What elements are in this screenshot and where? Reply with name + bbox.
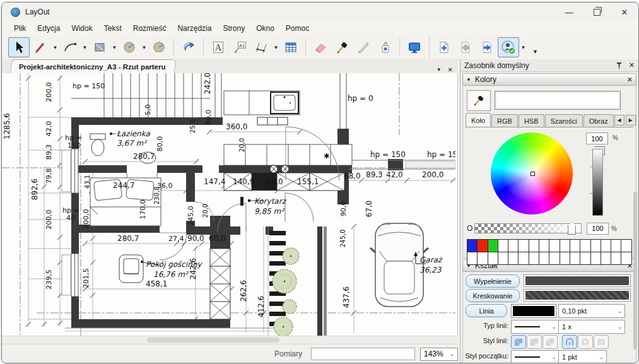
color-tab-obraz[interactable]: Obraz [583, 114, 614, 127]
label-tool[interactable]: A1 [229, 37, 250, 57]
close-button[interactable]: ✕ [611, 3, 638, 21]
measurements-input[interactable] [311, 348, 415, 360]
line-toggle-button[interactable]: Linia [466, 304, 507, 317]
menu-item-plik[interactable]: Plik [8, 23, 32, 34]
drawing-canvas[interactable]: ✱ [2, 73, 458, 336]
color-swatch[interactable] [590, 252, 601, 265]
line-color-swatch[interactable] [511, 304, 556, 318]
text-tool[interactable]: A [208, 37, 229, 57]
colors-tray-close-icon[interactable]: ✕ [627, 76, 633, 84]
menu-item-rozmieść[interactable]: Rozmieść [127, 23, 172, 34]
color-swatch[interactable] [498, 252, 508, 265]
collapse-triangle-icon[interactable]: ▼ [466, 77, 471, 83]
color-swatch[interactable] [488, 239, 498, 252]
brightness-value[interactable]: 100 [586, 132, 608, 144]
color-swatch[interactable] [467, 239, 478, 252]
color-swatch[interactable] [621, 252, 631, 265]
color-swatch[interactable] [580, 252, 590, 265]
color-swatch[interactable] [560, 252, 570, 265]
circles-tool-caret[interactable]: ▼ [140, 37, 148, 57]
tabs-scroll-right-button[interactable]: ▶ [626, 115, 636, 126]
color-swatch[interactable] [477, 239, 488, 252]
join-tool[interactable] [374, 37, 396, 57]
tab-close-icon[interactable]: ✕ [448, 66, 453, 73]
line-type-dropdown[interactable]: ⌄ [511, 320, 560, 334]
color-swatch[interactable] [539, 239, 549, 252]
opacity-slider[interactable] [474, 223, 582, 233]
fill-color-swatch[interactable] [524, 274, 631, 287]
next-page-button[interactable] [476, 37, 498, 57]
color-swatch[interactable] [570, 239, 580, 252]
corner-style-miter-button[interactable] [511, 335, 526, 349]
line-type-scale-dropdown[interactable]: 1 x⌄ [558, 320, 625, 334]
color-swatch[interactable] [477, 252, 488, 265]
color-swatch[interactable] [508, 252, 519, 265]
color-tab-szarości[interactable]: Szarości [545, 114, 583, 127]
color-swatch[interactable] [488, 252, 498, 265]
menu-item-okno[interactable]: Okno [250, 23, 280, 34]
menu-item-narzędzia[interactable]: Narzędzia [172, 23, 217, 34]
color-swatch[interactable] [601, 252, 611, 265]
color-swatch[interactable] [549, 252, 560, 265]
rectangles-tool-caret[interactable]: ▼ [110, 37, 119, 57]
color-tab-koło[interactable]: Koło [466, 113, 491, 127]
start-style-dropdown[interactable]: ⌄ [511, 350, 560, 363]
previous-page-button[interactable] [455, 37, 476, 57]
cap-style-butt-button[interactable] [562, 335, 577, 349]
lines-tool-caret[interactable]: ▼ [51, 37, 59, 57]
menu-item-edycja[interactable]: Edycja [32, 23, 66, 34]
color-tab-hsb[interactable]: HSB [519, 114, 544, 127]
color-swatch[interactable] [611, 252, 621, 265]
color-swatch[interactable] [580, 239, 590, 252]
line-weight-dropdown[interactable]: 0,10 pkt ⌄ [558, 304, 625, 318]
tabs-scroll-left-button[interactable]: ◀ [614, 115, 624, 126]
arcs-tool-caret[interactable]: ▼ [81, 37, 89, 57]
menu-item-pomoc[interactable]: Pomoc [280, 23, 315, 34]
style-tool[interactable] [331, 37, 353, 57]
split-tool[interactable] [353, 37, 374, 57]
color-swatch[interactable] [498, 239, 508, 252]
select-tool[interactable] [8, 37, 30, 57]
start-size-dropdown[interactable]: 1 pkt⌄ [558, 350, 607, 363]
menu-item-widok[interactable]: Widok [66, 23, 98, 34]
color-swatch[interactable] [621, 239, 631, 252]
offset-tool[interactable] [178, 37, 199, 57]
cap-style-round-button[interactable] [578, 335, 593, 349]
color-swatch[interactable] [590, 239, 601, 252]
color-picker-button[interactable] [467, 90, 491, 111]
colors-tray-header[interactable]: ▼ Kolory ✕ [462, 73, 636, 86]
add-page-button[interactable] [433, 37, 455, 57]
toolbar-overflow-caret[interactable]: ▼ [532, 49, 538, 55]
minimize-button[interactable]: — [555, 3, 583, 21]
color-swatch[interactable] [529, 252, 539, 265]
horizontal-scrollbar[interactable] [2, 336, 458, 344]
tab-list-caret-icon[interactable]: ▼ [437, 67, 442, 73]
cap-style-square-button[interactable] [594, 335, 609, 349]
hatch-pattern-swatch[interactable] [524, 289, 631, 302]
menu-item-strony[interactable]: Strony [217, 23, 250, 34]
horizontal-scrollbar-thumb[interactable] [147, 338, 279, 343]
color-swatch[interactable] [529, 239, 539, 252]
color-swatch[interactable] [611, 239, 621, 252]
circles-tool[interactable] [119, 37, 140, 57]
corner-style-round-button[interactable] [527, 335, 542, 349]
corner-style-bevel-button[interactable] [542, 335, 558, 349]
color-wheel[interactable] [491, 132, 573, 214]
restore-button[interactable] [583, 3, 611, 21]
sign-in-caret[interactable]: ▼ [519, 37, 527, 57]
eraser-tool[interactable] [310, 37, 331, 57]
sign-in-button[interactable] [498, 37, 519, 57]
color-swatch[interactable] [549, 239, 560, 252]
brightness-slider[interactable] [592, 149, 603, 216]
dimensions-tool[interactable] [250, 37, 272, 57]
color-swatch[interactable] [601, 239, 611, 252]
color-swatch[interactable] [518, 252, 529, 265]
lines-tool[interactable] [30, 37, 51, 57]
pin-icon[interactable] [616, 62, 623, 69]
tray-close-icon[interactable]: ✕ [629, 61, 635, 69]
hatch-toggle-button[interactable]: Kreskowanie [466, 289, 520, 302]
zoom-select[interactable]: 143% ⌄ [420, 348, 458, 361]
color-wheel-marker[interactable] [531, 172, 535, 176]
dimensions-tool-caret[interactable]: ▼ [272, 37, 280, 57]
table-tool[interactable] [280, 37, 302, 57]
